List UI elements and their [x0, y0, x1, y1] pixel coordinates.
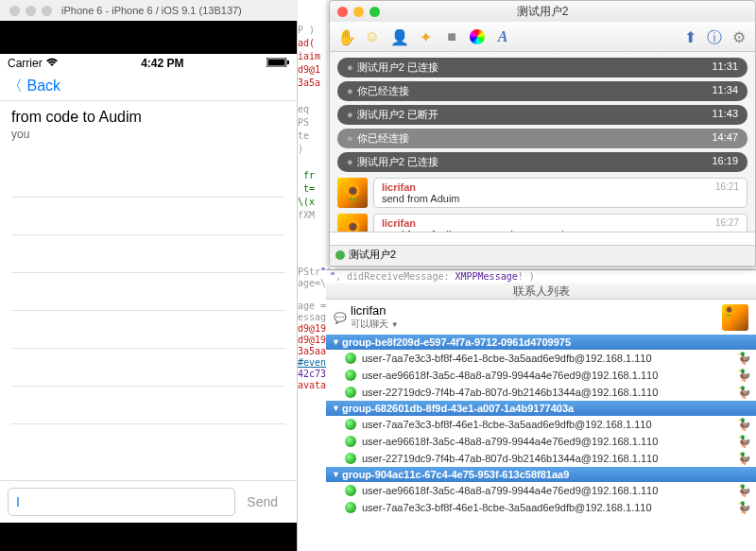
zoom-icon[interactable]	[369, 7, 380, 17]
chevron-down-icon: ▼	[391, 320, 399, 329]
color-icon[interactable]	[470, 29, 485, 44]
chat-title: from code to Audim	[11, 109, 285, 126]
traffic-lights	[9, 6, 52, 16]
carrier-label: Carrier	[8, 57, 43, 70]
palm-icon[interactable]: ✋	[337, 28, 354, 45]
status-message: ●测试用户2 已连接11:31	[337, 58, 747, 77]
input-bar: Send	[0, 480, 297, 523]
simulator-bezel-bottom	[0, 523, 297, 551]
person-icon[interactable]: 👤	[390, 28, 407, 45]
user-status[interactable]: 可以聊天 ▼	[351, 318, 399, 331]
avatar: 🌻	[337, 178, 368, 208]
diamond-icon[interactable]: ✦	[417, 28, 434, 45]
close-icon[interactable]	[337, 7, 348, 17]
smiley-icon[interactable]: ☺	[364, 28, 381, 45]
font-icon[interactable]: A	[494, 28, 511, 45]
online-status-icon	[345, 419, 356, 430]
chat-sender: you	[11, 128, 285, 141]
contact-user-row[interactable]: user-22719dc9-7f4b-47ab-807d-9b2146b1344…	[326, 384, 756, 401]
time-label: 4:42 PM	[141, 57, 183, 70]
contact-group-header[interactable]: ▼ group-be8f209d-e597-4f7a-9712-0961d470…	[326, 335, 756, 350]
message-time: 16:27	[715, 217, 739, 228]
message-sender: licrifan	[382, 217, 739, 229]
simulator-bezel-top	[0, 21, 297, 54]
contact-list-window: ", didReceiveMessage: XMPPMessage! ) 联系人…	[326, 269, 756, 551]
send-button[interactable]: Send	[235, 494, 289, 509]
contact-group-header[interactable]: ▼ group-904ac11c-67c4-4e75-953f-613c58f8…	[326, 467, 756, 482]
online-status-icon	[345, 353, 356, 364]
message-text: send from Aduim	[382, 193, 739, 204]
user-jid: user-22719dc9-7f4b-47ab-807d-9b2146b1344…	[362, 387, 658, 398]
user-jid: user-7aa7e3c3-bf8f-46e1-8cbe-3a5aad6e9df…	[362, 353, 652, 364]
console-line: ", didReceiveMessage: XMPPMessage! )	[326, 270, 756, 283]
list-item[interactable]	[11, 235, 285, 273]
user-jid: user-7aa7e3c3-bf8f-46e1-8cbe-3a5aad6e9df…	[362, 419, 652, 430]
list-item[interactable]	[11, 198, 285, 235]
contact-user-row[interactable]: user-7aa7e3c3-bf8f-46e1-8cbe-3a5aad6e9df…	[326, 416, 756, 433]
chat-toolbar: ✋ ☺ 👤 ✦ ■ A ⬆ ⓘ ⚙	[330, 22, 755, 52]
xcode-tab-title: iPhone 6 - iPhone 6 / iOS 9.1 (13B137)	[61, 5, 242, 16]
close-icon[interactable]	[9, 6, 20, 16]
contact-current-user[interactable]: 💬 licrifan 可以聊天 ▼ 🌻	[326, 300, 756, 335]
online-status-icon	[345, 485, 356, 496]
online-status-icon	[345, 436, 356, 447]
status-message: ●测试用户2 已连接16:19	[337, 152, 747, 172]
notify-icon[interactable]: ■	[443, 28, 460, 45]
list-item[interactable]	[11, 311, 285, 349]
adium-icon: 🦆	[737, 418, 750, 431]
adium-icon: 🦆	[737, 352, 750, 365]
avatar[interactable]: 🌻	[722, 304, 748, 331]
status-bar: Carrier 4:42 PM	[0, 54, 297, 73]
contact-list-title: 联系人列表	[326, 283, 756, 300]
xcode-tab-bar: iPhone 6 - iPhone 6 / iOS 9.1 (13B137)	[0, 0, 298, 21]
chat-content: from code to Audim you	[0, 101, 297, 480]
zoom-icon[interactable]	[42, 6, 52, 16]
list-item[interactable]	[11, 160, 285, 198]
contact-user-row[interactable]: user-ae96618f-3a5c-48a8-a799-9944a4e76ed…	[326, 482, 756, 499]
contact-user-row[interactable]: user-22719dc9-7f4b-47ab-807d-9b2146b1344…	[326, 450, 756, 467]
back-button[interactable]: 〈 Back	[8, 77, 60, 96]
adium-icon: 🦆	[737, 452, 750, 465]
contact-user-row[interactable]: user-7aa7e3c3-bf8f-46e1-8cbe-3a5aad6e9df…	[326, 350, 756, 367]
gear-icon[interactable]: ⚙	[730, 28, 747, 45]
list-item[interactable]	[11, 349, 285, 387]
message-time: 16:21	[715, 181, 739, 192]
adium-icon: 🦆	[737, 369, 750, 382]
online-status-icon	[345, 502, 356, 513]
group-name: group-904ac11c-67c4-4e75-953f-613c58f81a…	[342, 469, 569, 480]
contact-group-header[interactable]: ▼ group-682601db-8f9d-43e1-a007-1a4b9177…	[326, 401, 756, 416]
status-message: ●你已经连接14:47	[337, 129, 747, 148]
contact-user-row[interactable]: user-ae96618f-3a5c-48a8-a799-9944a4e76ed…	[326, 367, 756, 384]
info-icon[interactable]: ⓘ	[706, 28, 723, 45]
send-file-icon[interactable]: ⬆	[681, 28, 698, 45]
chat-titlebar[interactable]: 测试用户2	[330, 1, 755, 22]
group-name: group-682601db-8f9d-43e1-a007-1a4b917740…	[342, 403, 574, 414]
message-text: send from Audim seems code can receive	[382, 229, 739, 232]
contact-user-row[interactable]: user-ae96618f-3a5c-48a8-a799-9944a4e76ed…	[326, 433, 756, 450]
adium-icon: 🦆	[737, 435, 750, 448]
user-name: licrifan	[351, 303, 399, 318]
user-jid: user-7aa7e3c3-bf8f-46e1-8cbe-3a5aad6e9df…	[362, 502, 652, 513]
minimize-icon[interactable]	[26, 6, 36, 16]
user-jid: user-ae96618f-3a5c-48a8-a799-9944a4e76ed…	[362, 485, 658, 496]
chat-tab[interactable]: 测试用户2	[349, 248, 396, 262]
group-name: group-be8f209d-e597-4f7a-9712-0961d47099…	[342, 336, 571, 348]
message-input[interactable]	[8, 488, 235, 516]
ios-simulator: Carrier 4:42 PM 〈 Back from code to Audi…	[0, 21, 298, 551]
adium-icon: 🦆	[737, 386, 750, 399]
avatar: 🌻	[337, 214, 368, 232]
user-jid: user-22719dc9-7f4b-47ab-807d-9b2146b1344…	[362, 453, 658, 464]
nav-bar: 〈 Back	[0, 73, 297, 101]
user-jid: user-ae96618f-3a5c-48a8-a799-9944a4e76ed…	[362, 436, 658, 447]
contact-user-row[interactable]: user-7aa7e3c3-bf8f-46e1-8cbe-3a5aad6e9df…	[326, 499, 756, 516]
minimize-icon[interactable]	[353, 7, 364, 17]
chat-message: 🌻 licrifan send from Aduim 16:21	[337, 178, 747, 208]
status-message: ●测试用户2 已断开11:43	[337, 105, 747, 125]
adium-icon: 🦆	[737, 501, 750, 514]
list-item[interactable]	[11, 387, 285, 424]
list-item[interactable]	[11, 273, 285, 311]
status-dot-icon	[335, 250, 345, 260]
chat-body: ●测试用户2 已连接11:31 ●你已经连接11:34 ●测试用户2 已断开11…	[330, 52, 755, 232]
svg-rect-1	[268, 60, 285, 66]
chat-input[interactable]	[330, 232, 755, 245]
